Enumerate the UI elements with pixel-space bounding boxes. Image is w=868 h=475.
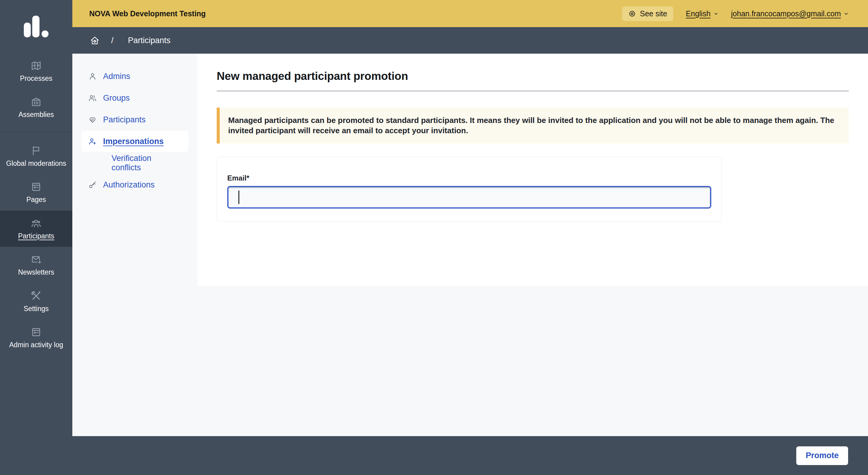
email-input-wrap <box>227 186 711 209</box>
subnav-item-participants[interactable]: Participants <box>82 109 188 130</box>
subnav-item-admins[interactable]: Admins <box>82 66 188 87</box>
callout-notice-text: Managed participants can be promoted to … <box>228 115 837 136</box>
sidebar-item-global-moderations[interactable]: Global moderations <box>0 138 72 174</box>
home-icon <box>90 36 100 45</box>
primary-nav: Processes Assemblies Global moderations … <box>0 53 72 356</box>
email-input[interactable] <box>227 186 711 209</box>
decidim-logo[interactable] <box>0 0 72 53</box>
promote-button[interactable]: Promote <box>796 446 848 465</box>
sidebar-item-assemblies[interactable]: Assemblies <box>0 89 72 125</box>
sidebar-item-pages[interactable]: Pages <box>0 174 72 210</box>
sidebar-item-label: Participants <box>18 232 54 240</box>
callout-notice: Managed participants can be promoted to … <box>217 107 849 144</box>
promotion-form-card: Email* <box>217 157 722 222</box>
chevron-down-icon <box>713 11 718 16</box>
logo-icon <box>24 16 49 37</box>
map-icon <box>30 60 42 71</box>
app-root: Processes Assemblies Global moderations … <box>0 0 868 475</box>
sidebar-item-participants[interactable]: Participants <box>0 211 72 247</box>
tools-icon <box>30 290 42 302</box>
sidebar-divider <box>0 132 72 132</box>
subnav-item-label: Groups <box>103 93 130 103</box>
see-site-button[interactable]: See site <box>622 6 673 21</box>
sidebar-item-label: Newsletters <box>18 268 54 276</box>
sidebar-item-label: Processes <box>20 74 52 82</box>
mail-add-icon <box>30 254 42 265</box>
user-icon <box>88 72 97 81</box>
user-add-icon <box>88 137 97 146</box>
breadcrumb-separator: / <box>111 36 114 45</box>
subnav-item-label: Authorizations <box>103 180 155 190</box>
subnav-item-groups[interactable]: Groups <box>82 87 188 108</box>
heading-divider <box>217 91 849 91</box>
language-label: English <box>686 9 711 18</box>
subnav-item-verification-conflicts[interactable]: Verification conflicts <box>82 153 188 173</box>
subnav-item-authorizations[interactable]: Authorizations <box>82 174 188 195</box>
topbar-controls: See site English johan.francocampos@gmai… <box>622 6 849 21</box>
breadcrumb-participants-link[interactable]: Participants <box>128 36 170 45</box>
sidebar-item-processes[interactable]: Processes <box>0 53 72 89</box>
sidebar-item-label: Admin activity log <box>9 341 63 349</box>
page-title: New managed participant promotion <box>217 70 849 83</box>
account-dropdown[interactable]: johan.francocampos@gmail.com <box>731 9 849 18</box>
team-icon <box>30 218 42 229</box>
topbar: NOVA Web Development Testing See site En… <box>72 0 868 27</box>
see-site-label: See site <box>640 9 667 18</box>
sidebar-item-label: Settings <box>24 305 49 313</box>
primary-sidebar: Processes Assemblies Global moderations … <box>0 0 72 475</box>
heart-icon <box>88 115 97 124</box>
key-icon <box>88 180 97 189</box>
account-email: johan.francocampos@gmail.com <box>731 9 841 18</box>
secondary-sidebar: Admins Groups Participants Impersonation… <box>72 54 197 436</box>
chevron-down-icon <box>844 11 849 16</box>
subnav-item-label: Impersonations <box>103 137 164 146</box>
subnav-item-label: Verification conflicts <box>112 154 182 172</box>
sidebar-item-settings[interactable]: Settings <box>0 283 72 319</box>
breadcrumb-home-link[interactable] <box>90 36 100 45</box>
sidebar-item-label: Pages <box>26 196 46 203</box>
see-site-icon <box>628 10 636 18</box>
sidebar-item-label: Assemblies <box>19 110 54 119</box>
breadcrumb: / Participants <box>72 27 868 54</box>
bank-icon <box>30 96 42 107</box>
footer-bar: Promote <box>72 436 868 475</box>
organization-title: NOVA Web Development Testing <box>89 9 206 18</box>
activity-log-icon <box>30 326 42 338</box>
pages-icon <box>30 181 42 193</box>
content-row: Admins Groups Participants Impersonation… <box>72 54 868 436</box>
sidebar-item-admin-activity-log[interactable]: Admin activity log <box>0 319 72 356</box>
subnav-item-label: Participants <box>103 115 146 124</box>
content-panel: New managed participant promotion Manage… <box>197 54 868 286</box>
subnav-item-impersonations[interactable]: Impersonations <box>82 131 188 152</box>
sidebar-item-label: Global moderations <box>6 159 66 167</box>
language-dropdown[interactable]: English <box>686 9 718 18</box>
group-icon <box>88 93 97 102</box>
subnav-item-label: Admins <box>103 72 130 81</box>
main-column: NOVA Web Development Testing See site En… <box>72 0 868 475</box>
email-label: Email* <box>227 174 711 182</box>
sidebar-item-newsletters[interactable]: Newsletters <box>0 247 72 283</box>
content-area: New managed participant promotion Manage… <box>197 54 868 436</box>
text-cursor <box>239 190 239 204</box>
flag-icon <box>30 145 42 156</box>
